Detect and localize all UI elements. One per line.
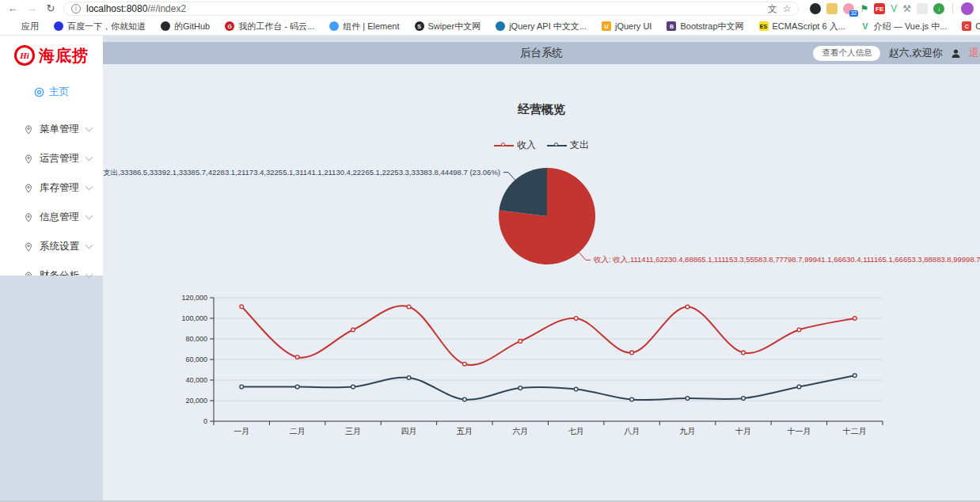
extension-badge: 32 [849, 10, 859, 17]
x-axis-label: 一月 [234, 427, 249, 435]
data-point-收入 [574, 317, 578, 321]
bookmark-item[interactable]: ESECMAScript 6 入... [759, 21, 845, 32]
bookmark-item[interactable]: 应用 [8, 21, 39, 32]
sidebar: Hi 海底捞 主页 菜单管理运营管理库存管理信息管理系统设置财务分析 [0, 36, 103, 502]
logout-link[interactable]: 退出 [969, 46, 980, 60]
y-axis-label: 80,000 [185, 335, 207, 343]
sidebar-item-label: 菜单管理 [40, 123, 80, 136]
bookmark-favicon [161, 21, 170, 31]
data-point-收入 [853, 317, 857, 321]
bookmark-label: 组件 | Element [343, 21, 399, 32]
flag-extension-icon[interactable]: ⚑ [860, 3, 868, 14]
x-axis-label: 四月 [401, 427, 416, 435]
bookmark-favicon: B [667, 21, 676, 31]
pie-slice-支出 [499, 168, 548, 216]
calendar-extension-icon[interactable]: 32 [843, 3, 854, 14]
bookmark-item[interactable]: BBootstrap中文网 [667, 21, 743, 32]
sidebar-item-label: 运营管理 [40, 152, 80, 165]
vue-extension-icon[interactable]: V [891, 3, 897, 14]
x-axis-label: 三月 [345, 427, 361, 435]
app-root: Hi 海底捞 主页 菜单管理运营管理库存管理信息管理系统设置财务分析 后台系统 … [0, 36, 980, 502]
data-point-支出 [574, 387, 578, 391]
data-point-收入 [351, 328, 355, 332]
sidebar-item-信息管理[interactable]: 信息管理 [0, 203, 103, 232]
sidebar-menu: 菜单管理运营管理库存管理信息管理系统设置财务分析 [0, 108, 103, 291]
bookmark-label: Bootstrap中文网 [680, 21, 743, 32]
pie-label-支出: 支出: 支出,33386.5,33392.1,33385.7,42283.1,2… [103, 168, 500, 177]
line-series-收入 [241, 306, 855, 365]
translate-icon[interactable]: 文 [768, 2, 777, 16]
url-path: /#/index2 [147, 3, 186, 14]
bookmark-item[interactable]: UjQuery UI [602, 21, 651, 31]
bookmark-item[interactable]: 组件 | Element [329, 21, 399, 32]
tray-separator [952, 3, 953, 14]
y-axis-label: 40,000 [185, 376, 207, 384]
y-axis-label: 0 [203, 417, 207, 425]
bookmark-item[interactable]: jQuery API 中文文... [496, 21, 587, 32]
data-point-支出 [797, 385, 801, 389]
brand-logo: Hi 海底捞 [0, 36, 103, 75]
x-axis-label: 六月 [512, 427, 528, 435]
data-point-支出 [295, 385, 299, 389]
chevron-down-icon [85, 154, 93, 162]
header-right: 查看个人信息 赵六,欢迎你 退出 [813, 46, 980, 61]
data-point-收入 [240, 305, 244, 309]
y-axis-label: 120,000 [181, 294, 207, 302]
sidebar-filler [0, 276, 103, 502]
back-icon[interactable]: ← [6, 0, 19, 17]
url-text[interactable]: localhost:8080/#/index2 [86, 3, 186, 14]
notes-extension-icon[interactable] [826, 3, 838, 14]
main-column: 后台系统 查看个人信息 赵六,欢迎你 退出 经营概览 收入支出 收入: 收入,1… [103, 36, 980, 502]
bookmark-favicon: U [602, 21, 611, 31]
chevron-down-icon [85, 241, 93, 249]
sidebar-item-运营管理[interactable]: 运营管理 [0, 144, 103, 173]
top-strip [103, 36, 980, 42]
forward-icon[interactable]: → [25, 0, 38, 17]
browser-toolbar: ← → ↻ i localhost:8080/#/index2 文 ☆ 32⚑F… [0, 0, 980, 17]
data-point-支出 [630, 397, 634, 401]
tools-extension-icon[interactable]: ⚒ [902, 3, 911, 14]
extension-tray: 32⚑FEV⚒↓ [805, 3, 944, 14]
sidebar-item-home[interactable]: 主页 [0, 75, 103, 108]
x-axis-label: 七月 [568, 427, 584, 435]
location-pin-icon [24, 242, 33, 252]
bookmark-label: Swiper中文网 [428, 21, 481, 32]
sidebar-item-库存管理[interactable]: 库存管理 [0, 173, 103, 203]
data-point-收入 [742, 351, 746, 355]
github-extension-icon[interactable] [810, 3, 821, 14]
location-pin-icon [24, 154, 33, 164]
bookmark-star-icon[interactable]: ☆ [783, 3, 792, 14]
profile-avatar[interactable] [961, 2, 974, 15]
address-bar[interactable]: i localhost:8080/#/index2 文 ☆ [63, 2, 799, 16]
x-axis-label: 八月 [624, 427, 640, 435]
bookmark-item[interactable]: SSwiper中文网 [415, 21, 481, 32]
chevron-down-icon [85, 212, 93, 220]
data-point-收入 [686, 305, 689, 309]
reload-icon[interactable]: ↻ [44, 0, 57, 17]
data-point-收入 [797, 328, 801, 332]
data-point-收入 [630, 351, 634, 355]
blank-extension-icon[interactable] [917, 3, 928, 14]
x-axis-label: 十二月 [842, 427, 867, 435]
page-info-icon[interactable]: i [71, 4, 81, 13]
data-point-支出 [686, 397, 689, 401]
bookmark-item[interactable]: G我的工作台 - 码云... [225, 21, 314, 32]
fe-extension-icon[interactable]: FE [874, 3, 885, 14]
bookmark-item[interactable]: V介绍 — Vue.js 中... [860, 21, 948, 32]
data-point-收入 [295, 356, 299, 359]
view-profile-button[interactable]: 查看个人信息 [813, 46, 880, 61]
home-target-icon [34, 87, 44, 97]
sidebar-item-系统设置[interactable]: 系统设置 [0, 232, 103, 261]
x-axis-label: 九月 [680, 427, 696, 435]
location-pin-icon [24, 213, 33, 222]
sidebar-item-菜单管理[interactable]: 菜单管理 [0, 115, 103, 144]
bookmark-item[interactable]: 百度一下，你就知道 [54, 21, 146, 32]
idm-extension-icon[interactable]: ↓ [933, 3, 944, 14]
sidebar-home-label: 主页 [49, 85, 70, 99]
bookmark-item[interactable]: CCSDN-专业IT技术... [962, 21, 980, 32]
data-point-收入 [463, 362, 467, 366]
bookmark-item[interactable]: 的GitHub [161, 21, 210, 32]
bookmark-favicon: ES [759, 21, 769, 31]
bookmark-label: 应用 [21, 21, 39, 32]
x-axis-label: 二月 [290, 427, 306, 435]
